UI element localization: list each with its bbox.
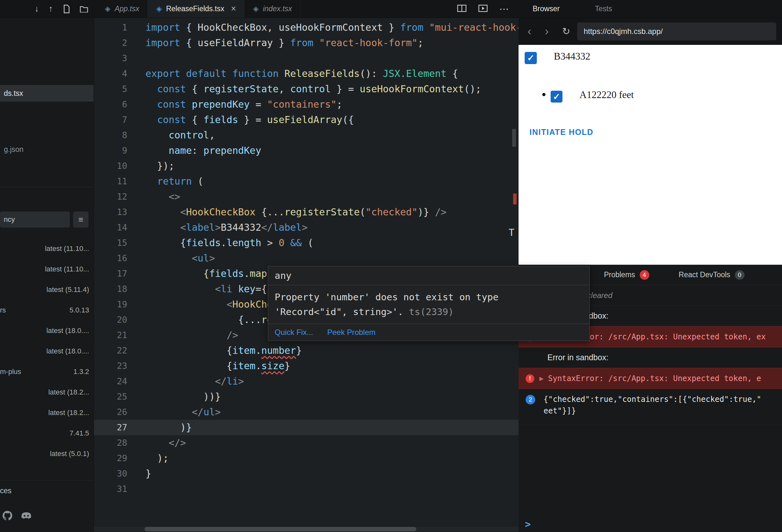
tab-index-tsx[interactable]: ◈ index.tsx: [245, 0, 300, 17]
code-text: }: [145, 466, 151, 482]
code-token: label: [186, 222, 215, 233]
code-line[interactable]: 15 {fields.length > 0 && (: [94, 235, 519, 251]
new-file-icon[interactable]: [63, 4, 70, 13]
code-token: JSX.Element: [383, 68, 447, 79]
refresh-icon[interactable]: ↻: [562, 27, 570, 36]
dependency-row[interactable]: latest (18.0....: [0, 320, 94, 341]
code-lines: 1import { HookCheckBox, useHookFormConte…: [94, 20, 519, 497]
code-line[interactable]: 10 });: [94, 158, 519, 174]
dependency-row[interactable]: latest (18.0....: [0, 341, 94, 361]
tab-problems[interactable]: Problems 4: [604, 270, 649, 280]
dependency-row[interactable]: latest (11.10...: [0, 259, 94, 280]
code-line[interactable]: 30}: [94, 466, 519, 482]
expand-arrow-icon[interactable]: ▶: [539, 375, 543, 382]
code-line[interactable]: 4export default function ReleaseFields()…: [94, 66, 519, 81]
dependency-row[interactable]: rs5.0.13: [0, 300, 94, 320]
console-row[interactable]: !▶SyntaxError: /src/App.tsx: Unexpected …: [519, 368, 782, 389]
code-token: {: [186, 83, 203, 95]
checkbox-a122220[interactable]: ✓: [550, 91, 563, 103]
code-line[interactable]: 23 {item.size}: [94, 358, 519, 374]
quick-fix-link[interactable]: Quick Fix...: [275, 328, 313, 337]
code-line[interactable]: 26 </ul>: [94, 404, 519, 420]
code-line[interactable]: 29 );: [94, 451, 519, 466]
log-count-badge: 2: [526, 395, 535, 404]
code-line[interactable]: 22 {item.number}: [94, 343, 519, 358]
code-line[interactable]: 12 <>: [94, 189, 519, 205]
discord-icon[interactable]: [21, 511, 32, 522]
vertical-scrollbar-handle[interactable]: [512, 129, 516, 147]
forward-icon[interactable]: ›: [545, 26, 549, 37]
line-number: 5: [94, 81, 127, 97]
sidebar-file-selected[interactable]: ds.tsx: [0, 85, 94, 102]
dependency-menu-button[interactable]: ≡: [73, 212, 88, 227]
code-line[interactable]: 25 ))}: [94, 389, 519, 404]
more-actions-icon[interactable]: ⋯: [499, 3, 509, 14]
download-icon[interactable]: ↓: [35, 4, 39, 13]
code-token: const: [157, 99, 186, 110]
dependency-row[interactable]: 7.41.5: [0, 423, 94, 444]
code-token: ,: [279, 83, 290, 95]
code-line[interactable]: 8 control,: [94, 128, 519, 143]
line-number: 3: [94, 50, 127, 66]
console-row[interactable]: 2{"checked":true,"containers":[{"checked…: [519, 389, 782, 424]
code-line[interactable]: 6 const prependKey = "containers";: [94, 97, 519, 112]
code-text: name: prependKey: [145, 143, 261, 158]
sidebar-file-json[interactable]: g.json: [0, 141, 94, 158]
tooltip-error-code: ts(2339): [409, 307, 454, 317]
horizontal-scrollbar-handle[interactable]: [145, 527, 416, 531]
code-token: {: [145, 237, 186, 248]
code-token: [233, 283, 238, 294]
code-token: {: [145, 345, 233, 356]
console-prompt-icon[interactable]: >: [525, 519, 531, 530]
code-line[interactable]: 14 <label>B344332</label>: [94, 220, 519, 235]
dependency-row[interactable]: latest (5.11.4): [0, 280, 94, 300]
code-line[interactable]: 28 </>: [94, 435, 519, 451]
code-token: :: [192, 145, 204, 156]
code-text: {item.number}: [145, 343, 302, 358]
code-line[interactable]: 9 name: prependKey: [94, 143, 519, 158]
code-line[interactable]: 3: [94, 50, 519, 66]
github-icon[interactable]: [3, 511, 12, 522]
console-row[interactable]: Error in sandbox:: [519, 347, 782, 368]
tab-label: index.tsx: [263, 4, 292, 13]
code-line[interactable]: 11 return (: [94, 174, 519, 189]
tab-app-tsx[interactable]: ◈ App.tsx: [97, 0, 148, 17]
open-preview-icon[interactable]: [478, 4, 488, 13]
upload-icon[interactable]: ↑: [49, 4, 53, 13]
checkbox-b344332[interactable]: ✓: [525, 52, 537, 64]
code-line[interactable]: 7 const { fields } = useFieldArray({: [94, 112, 519, 128]
dependency-row[interactable]: latest (18.2...: [0, 382, 94, 402]
code-token: [145, 114, 157, 125]
code-text: const prependKey = "containers";: [145, 97, 342, 112]
tab-browser[interactable]: Browser: [533, 4, 560, 13]
dependency-row[interactable]: m-plus1.3.2: [0, 361, 94, 382]
dependency-row[interactable]: latest (5.0.1): [0, 444, 94, 464]
tab-tests[interactable]: Tests: [595, 4, 612, 13]
back-icon[interactable]: ‹: [528, 26, 531, 37]
code-line[interactable]: 2import { useFieldArray } from "react-ho…: [94, 35, 519, 50]
code-line[interactable]: 31: [94, 482, 519, 497]
dependency-search-input[interactable]: ncy: [0, 212, 70, 227]
peek-problem-link[interactable]: Peek Problem: [327, 328, 376, 337]
sidebar-footer-icons: [3, 511, 32, 522]
dependency-row[interactable]: latest (18.2...: [0, 402, 94, 423]
horizontal-scrollbar[interactable]: [94, 527, 519, 531]
dependency-row[interactable]: latest (11.10...: [0, 239, 94, 259]
split-editor-icon[interactable]: [457, 4, 467, 13]
code-line[interactable]: 24 </li>: [94, 374, 519, 389]
new-folder-icon[interactable]: [80, 5, 88, 12]
line-number: 16: [94, 251, 127, 266]
tab-releasefields-tsx[interactable]: ◈ ReleaseFields.tsx ×: [148, 0, 245, 17]
url-bar[interactable]: https://c0qjmh.csb.app/: [577, 23, 776, 40]
code-token: </: [192, 406, 204, 418]
code-line[interactable]: 13 <HookCheckBox {...registerState("chec…: [94, 205, 519, 220]
tab-react-devtools[interactable]: React DevTools 0: [679, 270, 745, 280]
initiate-hold-button[interactable]: INITIATE HOLD: [529, 128, 594, 137]
code-text: <HookCheckBox {...registerState("checked…: [145, 205, 447, 220]
code-line[interactable]: 27 )}: [94, 420, 519, 435]
close-tab-icon[interactable]: ×: [231, 4, 236, 14]
code-line[interactable]: 16 <ul>: [94, 251, 519, 266]
code-line[interactable]: 1import { HookCheckBox, useHookFormConte…: [94, 20, 519, 35]
code-token: fields: [186, 237, 220, 248]
code-line[interactable]: 5 const { registerState, control } = use…: [94, 81, 519, 97]
